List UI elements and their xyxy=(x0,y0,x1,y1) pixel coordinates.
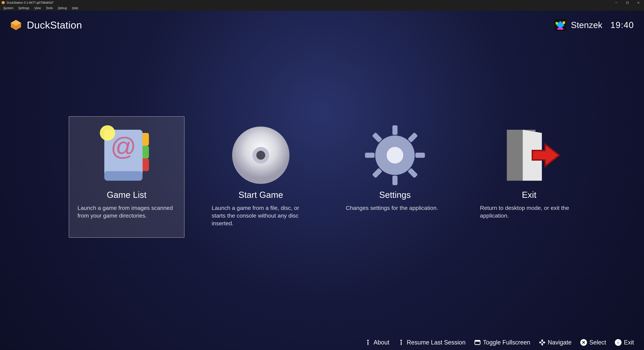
window-glyph-icon xyxy=(474,339,481,346)
tile-settings[interactable]: Settings Changes settings for the applic… xyxy=(337,116,453,238)
exit-door-icon xyxy=(497,123,561,187)
hint-about[interactable]: About xyxy=(365,339,389,346)
user-name: Stenzek xyxy=(571,20,602,30)
svg-point-31 xyxy=(387,147,403,164)
window-titlebar: DuckStation 0.1-8477-g6708a83d7 xyxy=(0,0,644,5)
svg-rect-26 xyxy=(416,153,425,158)
svg-rect-11 xyxy=(563,21,565,24)
hint-label: Exit xyxy=(624,339,634,346)
user-avatar-icon xyxy=(554,19,566,31)
tile-title: Exit xyxy=(522,190,536,200)
address-book-icon: @ xyxy=(95,123,158,187)
hint-select[interactable]: ✕ Select xyxy=(580,339,606,346)
svg-rect-23 xyxy=(392,125,398,135)
tile-desc: Launch a game from a file, disc, or star… xyxy=(212,204,310,227)
svg-rect-24 xyxy=(392,176,398,185)
svg-rect-36 xyxy=(367,340,369,341)
hint-exit[interactable]: ○ Exit xyxy=(615,339,634,346)
gear-icon xyxy=(363,123,427,187)
tile-start-game[interactable]: Start Game Launch a game from a file, di… xyxy=(203,116,319,238)
menu-tools[interactable]: Tools xyxy=(44,6,55,10)
svg-point-18 xyxy=(100,125,115,140)
bigpicture-root: DuckStation Stenzek 19:40 xyxy=(0,11,644,350)
svg-rect-27 xyxy=(408,132,418,143)
svg-rect-28 xyxy=(408,168,418,178)
svg-point-21 xyxy=(256,151,265,160)
svg-rect-9 xyxy=(557,28,563,30)
minimize-button[interactable] xyxy=(611,0,622,5)
svg-rect-25 xyxy=(365,153,374,158)
brand-name: DuckStation xyxy=(27,19,82,31)
hint-resume[interactable]: Resume Last Session xyxy=(398,339,466,346)
tile-game-list[interactable]: @ Game List Launch a game from images sc… xyxy=(69,116,184,238)
svg-rect-39 xyxy=(401,342,402,345)
hint-navigate[interactable]: Navigate xyxy=(539,339,572,346)
menu-glyph-icon xyxy=(398,339,404,346)
menu-view[interactable]: View xyxy=(32,6,43,10)
hint-label: Select xyxy=(589,339,606,346)
menu-help[interactable]: Help xyxy=(70,6,80,10)
svg-rect-30 xyxy=(372,132,382,143)
svg-rect-41 xyxy=(475,340,480,342)
maximize-button[interactable] xyxy=(622,0,633,5)
menu-debug[interactable]: Debug xyxy=(56,6,69,10)
hint-label: About xyxy=(374,339,389,346)
bigpicture-header: DuckStation Stenzek 19:40 xyxy=(0,11,644,39)
svg-rect-37 xyxy=(368,342,368,345)
clock: 19:40 xyxy=(610,20,634,30)
menu-glyph-icon xyxy=(365,339,371,346)
svg-rect-16 xyxy=(104,171,142,181)
tile-desc: Changes settings for the application. xyxy=(346,204,444,212)
tile-desc: Return to desktop mode, or exit the appl… xyxy=(480,204,578,220)
duckstation-logo-icon xyxy=(10,19,22,31)
menu-system[interactable]: System xyxy=(1,6,16,10)
hint-label: Resume Last Session xyxy=(407,339,466,346)
hint-label: Navigate xyxy=(548,339,572,346)
svg-text:@: @ xyxy=(110,132,136,161)
hint-fullscreen[interactable]: Toggle Fullscreen xyxy=(474,339,530,346)
svg-rect-45 xyxy=(543,342,545,343)
footer-hints: About Resume Last Session Toggle Fullscr… xyxy=(0,335,644,350)
circle-button-icon: ○ xyxy=(615,339,622,346)
tile-title: Settings xyxy=(379,190,411,200)
close-button[interactable] xyxy=(633,0,644,5)
main-tiles: @ Game List Launch a game from images sc… xyxy=(69,116,614,238)
svg-rect-43 xyxy=(541,343,543,346)
tile-title: Game List xyxy=(107,190,146,200)
app-icon xyxy=(1,1,5,4)
svg-rect-38 xyxy=(400,340,402,341)
dpad-icon xyxy=(539,339,546,346)
tile-title: Start Game xyxy=(238,190,283,200)
svg-rect-42 xyxy=(541,340,543,342)
svg-rect-29 xyxy=(372,168,382,178)
svg-rect-3 xyxy=(626,2,628,4)
hint-label: Toggle Fullscreen xyxy=(483,339,530,346)
svg-rect-44 xyxy=(539,342,541,343)
disc-icon xyxy=(229,123,293,187)
menu-settings[interactable]: Settings xyxy=(16,6,32,10)
menubar: System Settings View Tools Debug Help xyxy=(0,5,644,11)
cross-button-icon: ✕ xyxy=(580,339,587,346)
window-title: DuckStation 0.1-8477-g6708a83d7 xyxy=(7,1,54,4)
tile-desc: Launch a game from images scanned from y… xyxy=(78,204,176,220)
svg-rect-10 xyxy=(556,22,558,24)
tile-exit[interactable]: Exit Return to desktop mode, or exit the… xyxy=(471,116,587,238)
